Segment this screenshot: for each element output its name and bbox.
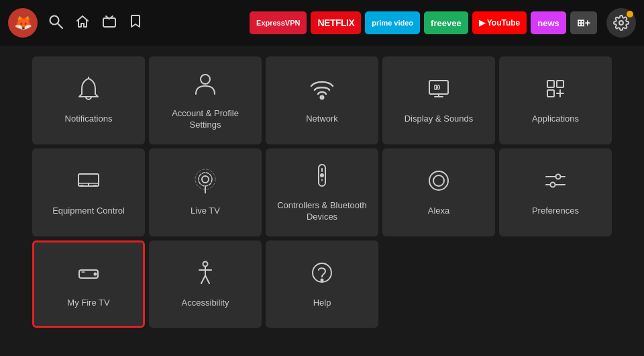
remote-icon bbox=[309, 162, 335, 192]
app-netflix[interactable]: NETFLIX bbox=[311, 11, 361, 34]
svg-line-45 bbox=[205, 275, 209, 283]
livetv-label: Live TV bbox=[191, 206, 220, 217]
bookmark-icon[interactable] bbox=[129, 14, 142, 32]
svg-point-36 bbox=[556, 175, 561, 179]
svg-line-44 bbox=[201, 275, 205, 283]
app-news[interactable]: news bbox=[531, 11, 566, 34]
grid-item-applications[interactable]: Applications bbox=[499, 56, 612, 144]
display-label: Display & Sounds bbox=[405, 114, 474, 125]
equipment-label: Equipment Control bbox=[52, 206, 125, 217]
svg-point-37 bbox=[551, 183, 555, 187]
svg-rect-14 bbox=[557, 81, 564, 87]
grid-item-help[interactable]: Help bbox=[266, 240, 378, 328]
grid-item-equipment[interactable]: Equipment Control bbox=[32, 148, 145, 236]
avatar[interactable]: 🦊 bbox=[8, 8, 38, 38]
grid-item-myfiretv[interactable]: My Fire TV bbox=[32, 240, 145, 328]
top-nav: 🦊 bbox=[0, 0, 644, 46]
svg-point-41 bbox=[203, 261, 208, 266]
account-label: Account & Profile Settings bbox=[156, 108, 255, 131]
app-youtube[interactable]: ▶ YouTube bbox=[472, 11, 527, 34]
svg-rect-13 bbox=[547, 81, 554, 87]
svg-point-6 bbox=[619, 21, 623, 25]
svg-point-24 bbox=[202, 176, 209, 183]
display-icon bbox=[425, 75, 452, 105]
network-label: Network bbox=[306, 114, 338, 125]
svg-point-30 bbox=[321, 174, 323, 177]
app-expressvpn[interactable]: ExpressVPN bbox=[250, 11, 307, 34]
svg-rect-15 bbox=[547, 90, 554, 97]
alexa-icon bbox=[425, 167, 452, 197]
svg-point-9 bbox=[321, 96, 324, 99]
settings-notification-dot bbox=[627, 11, 633, 17]
grid-item-notifications[interactable]: Notifications bbox=[32, 56, 145, 144]
grid-item-preferences[interactable]: Preferences bbox=[499, 148, 612, 236]
nav-apps: ExpressVPN NETFLIX prime video freevee ▶… bbox=[250, 11, 597, 34]
sliders-icon bbox=[542, 167, 569, 197]
wifi-icon bbox=[309, 75, 335, 105]
search-icon[interactable] bbox=[48, 14, 63, 32]
accessibility-icon bbox=[192, 259, 219, 290]
notifications-label: Notifications bbox=[65, 114, 113, 125]
svg-point-25 bbox=[199, 173, 212, 186]
svg-point-40 bbox=[95, 273, 97, 275]
controllers-label: Controllers & Bluetooth Devices bbox=[272, 200, 372, 223]
firetv-icon bbox=[75, 259, 102, 290]
antenna-icon bbox=[192, 167, 219, 197]
svg-point-47 bbox=[321, 279, 323, 281]
preferences-label: Preferences bbox=[532, 206, 579, 217]
app-freevee[interactable]: freevee bbox=[424, 11, 468, 34]
svg-point-33 bbox=[433, 175, 444, 186]
grid-item-controllers[interactable]: Controllers & Bluetooth Devices bbox=[266, 148, 378, 236]
apps-icon bbox=[542, 75, 569, 105]
bell-icon bbox=[75, 75, 102, 105]
nav-icons bbox=[43, 14, 142, 32]
alexa-label: Alexa bbox=[428, 206, 450, 217]
accessibility-label: Accessibility bbox=[182, 298, 229, 309]
settings-button[interactable] bbox=[606, 8, 636, 38]
svg-point-8 bbox=[201, 75, 210, 84]
grid-item-alexa[interactable]: Alexa bbox=[382, 148, 495, 236]
svg-line-1 bbox=[58, 24, 62, 28]
grid-item-livetv[interactable]: Live TV bbox=[149, 148, 262, 236]
tv-icon[interactable] bbox=[102, 14, 117, 32]
grid-item-account[interactable]: Account & Profile Settings bbox=[149, 56, 262, 144]
app-primevideo[interactable]: prime video bbox=[365, 11, 420, 34]
app-more[interactable]: ⊞+ bbox=[570, 11, 597, 34]
home-icon[interactable] bbox=[75, 14, 90, 32]
grid-item-accessibility[interactable]: Accessibility bbox=[149, 240, 262, 328]
applications-label: Applications bbox=[532, 114, 579, 125]
help-icon bbox=[309, 259, 335, 290]
grid-item-display[interactable]: Display & Sounds bbox=[382, 56, 495, 144]
monitor-icon bbox=[75, 167, 102, 197]
svg-point-32 bbox=[429, 171, 448, 190]
myfiretv-label: My Fire TV bbox=[67, 298, 109, 309]
svg-rect-10 bbox=[429, 81, 448, 94]
help-label: Help bbox=[313, 298, 331, 309]
user-icon bbox=[192, 70, 219, 100]
grid-item-network[interactable]: Network bbox=[266, 56, 378, 144]
settings-grid: Notifications Account & Profile Settings… bbox=[0, 48, 644, 336]
